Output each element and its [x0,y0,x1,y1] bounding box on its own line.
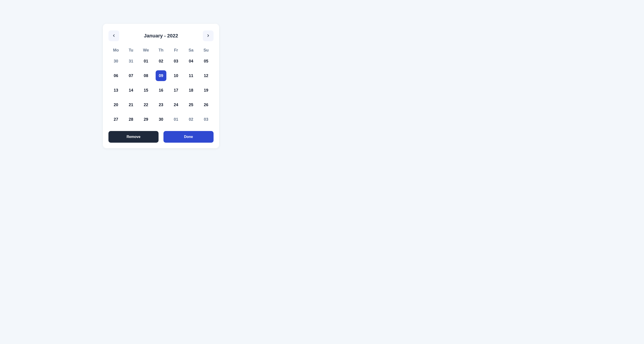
month-year-title: January - 2022 [144,33,178,39]
day-cell: 06 [108,70,124,81]
day-button[interactable]: 18 [186,85,196,96]
day-cell: 31 [124,56,138,67]
day-cell: 12 [198,70,214,81]
day-button[interactable]: 22 [141,99,152,110]
day-button[interactable]: 31 [126,56,136,67]
day-cell: 14 [124,85,138,96]
weekday-label: Sa [184,48,198,53]
day-cell: 23 [154,99,168,110]
day-button[interactable]: 01 [170,114,181,125]
weekday-label: Mo [108,48,124,53]
day-cell: 22 [138,99,154,110]
day-button[interactable]: 03 [200,114,211,125]
day-button[interactable]: 01 [141,56,152,67]
day-cell: 13 [108,85,124,96]
day-cell: 03 [198,114,214,125]
next-month-button[interactable] [203,31,214,41]
day-button[interactable]: 19 [200,85,211,96]
day-button[interactable]: 10 [170,70,181,81]
day-button[interactable]: 07 [126,70,136,81]
day-cell: 11 [184,70,198,81]
prev-month-button[interactable] [108,31,119,41]
day-cell: 17 [168,85,184,96]
day-cell: 08 [138,70,154,81]
day-button[interactable]: 02 [186,114,196,125]
day-cell: 01 [138,56,154,67]
day-button[interactable]: 08 [141,70,152,81]
day-cell: 28 [124,114,138,125]
weekday-label: Tu [124,48,138,53]
day-cell: 01 [168,114,184,125]
day-cell: 26 [198,99,214,110]
day-button[interactable]: 13 [111,85,122,96]
day-button[interactable]: 30 [111,56,122,67]
day-button[interactable]: 12 [200,70,211,81]
day-cell: 03 [168,56,184,67]
weekday-row: MoTuWeThFrSaSu [108,48,214,53]
day-cell: 18 [184,85,198,96]
day-button[interactable]: 21 [126,99,136,110]
day-cell: 10 [168,70,184,81]
day-cell: 09 [154,70,168,81]
action-row: Remove Done [108,131,214,143]
day-button[interactable]: 29 [141,114,152,125]
day-cell: 05 [198,56,214,67]
weekday-label: Su [198,48,214,53]
day-button[interactable]: 15 [141,85,152,96]
weekday-label: We [138,48,154,53]
day-button[interactable]: 04 [186,56,196,67]
day-cell: 19 [198,85,214,96]
day-button[interactable]: 16 [156,85,166,96]
day-button[interactable]: 26 [200,99,211,110]
day-cell: 02 [154,56,168,67]
day-button[interactable]: 25 [186,99,196,110]
day-cell: 24 [168,99,184,110]
day-button[interactable]: 20 [111,99,122,110]
day-button[interactable]: 09 [156,70,166,81]
day-cell: 20 [108,99,124,110]
day-cell: 02 [184,114,198,125]
day-cell: 30 [108,56,124,67]
day-button[interactable]: 02 [156,56,166,67]
date-picker-header: January - 2022 [108,31,214,41]
remove-button[interactable]: Remove [108,131,158,143]
day-button[interactable]: 27 [111,114,122,125]
day-button[interactable]: 14 [126,85,136,96]
day-button[interactable]: 05 [200,56,211,67]
date-picker: January - 2022 MoTuWeThFrSaSu 3031010203… [103,24,219,148]
day-button[interactable]: 11 [186,70,196,81]
day-button[interactable]: 28 [126,114,136,125]
day-cell: 30 [154,114,168,125]
day-cell: 29 [138,114,154,125]
day-button[interactable]: 06 [111,70,122,81]
done-button[interactable]: Done [164,131,214,143]
day-cell: 15 [138,85,154,96]
day-button[interactable]: 24 [170,99,181,110]
days-grid: 3031010203040506070809101112131415161718… [108,56,214,125]
weekday-label: Fr [168,48,184,53]
day-cell: 07 [124,70,138,81]
day-button[interactable]: 17 [170,85,181,96]
chevron-left-icon [112,34,116,38]
day-cell: 04 [184,56,198,67]
chevron-right-icon [206,34,210,38]
day-cell: 25 [184,99,198,110]
day-cell: 16 [154,85,168,96]
day-cell: 21 [124,99,138,110]
weekday-label: Th [154,48,168,53]
day-cell: 27 [108,114,124,125]
day-button[interactable]: 03 [170,56,181,67]
day-button[interactable]: 23 [156,99,166,110]
day-button[interactable]: 30 [156,114,166,125]
